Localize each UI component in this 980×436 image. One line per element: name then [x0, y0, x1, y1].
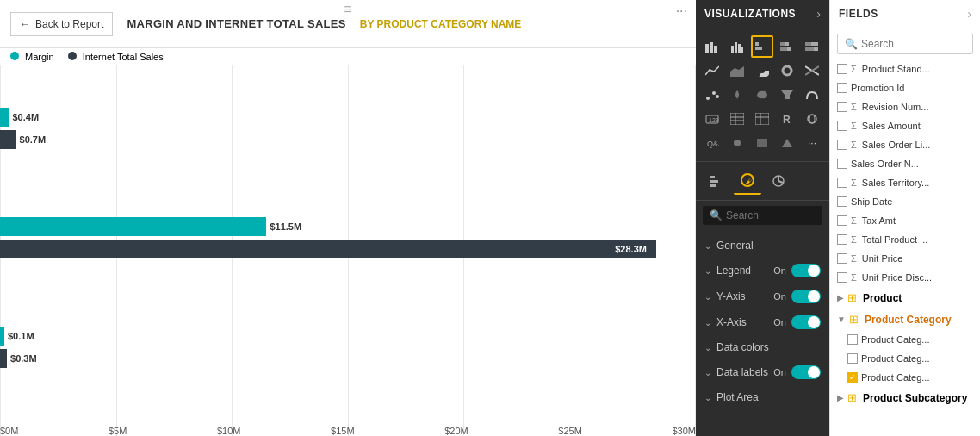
svg-marker-17 — [730, 66, 744, 77]
checkbox-tax-amt[interactable] — [837, 215, 847, 226]
field-item-revision[interactable]: Σ Revision Num... — [830, 97, 980, 116]
checkbox-promotion-id[interactable] — [837, 83, 847, 93]
drag-handle[interactable]: ≡ — [338, 0, 357, 19]
format-data-labels[interactable]: ⌄ Data labels On — [696, 359, 829, 385]
format-data-colors[interactable]: ⌄ Data colors — [696, 335, 829, 359]
fields-panel-arrow[interactable]: › — [967, 7, 971, 21]
data-labels-toggle[interactable] — [791, 365, 821, 379]
legend-chevron: ⌄ — [704, 266, 711, 276]
legend-toggle[interactable] — [791, 264, 821, 277]
viz-icon-misc3[interactable] — [776, 132, 798, 154]
viz-icon-bar[interactable] — [701, 35, 723, 58]
viz-icon-scatter[interactable] — [701, 84, 723, 106]
svg-rect-5 — [738, 44, 741, 53]
checkbox-product-stand[interactable] — [837, 64, 847, 74]
viz-icon-matrix[interactable] — [751, 108, 773, 130]
format-general-label: General — [716, 240, 754, 252]
checkbox-product-categ-2[interactable] — [847, 353, 858, 364]
field-name-unit-price: Unit Price — [862, 253, 903, 264]
field-group-product[interactable]: ▶ ⊞ Product — [830, 287, 980, 308]
viz-icons-grid: 123 R Q&A ··· — [696, 28, 829, 162]
x-axis-toggle[interactable] — [791, 315, 821, 329]
viz-panel-arrow[interactable]: › — [816, 7, 821, 21]
checkbox-sales-territory[interactable] — [837, 178, 847, 188]
viz-icon-table[interactable] — [726, 108, 748, 130]
fields-search-input[interactable] — [861, 38, 980, 50]
field-item-product-categ-1[interactable]: Product Categ... — [830, 330, 980, 349]
viz-icon-globe[interactable] — [801, 108, 823, 130]
checkbox-unit-price-disc[interactable] — [837, 272, 847, 283]
viz-icon-ribbon[interactable] — [801, 59, 823, 82]
visualizations-panel: VISUALIZATIONS › — [696, 0, 829, 436]
checkbox-total-product[interactable] — [837, 234, 847, 245]
fields-search-box[interactable]: 🔍 — [837, 34, 973, 54]
field-item-ship-date[interactable]: Ship Date — [830, 192, 980, 211]
viz-search-box[interactable]: 🔍 — [703, 206, 822, 225]
format-y-axis[interactable]: ⌄ Y-Axis On — [696, 283, 829, 309]
field-group-product-subcategory[interactable]: ▶ ⊞ Product Subcategory — [830, 387, 980, 408]
viz-format-icon[interactable]: 🖌 — [734, 167, 761, 195]
viz-icon-misc1[interactable] — [726, 132, 748, 154]
bar-accessories-dark: $0.7M — [0, 130, 696, 149]
chart-body: Accessories $0.4M $0.7M Bikes $11.5M — [0, 65, 696, 436]
legend-margin: Margin — [10, 52, 54, 62]
field-item-total-product[interactable]: Σ Total Product ... — [830, 230, 980, 249]
checkbox-unit-price[interactable] — [837, 253, 847, 264]
field-item-unit-price[interactable]: Σ Unit Price — [830, 249, 980, 268]
more-options-icon[interactable]: ··· — [676, 3, 687, 19]
checkbox-sales-order-li[interactable] — [837, 140, 847, 150]
format-plot-area[interactable]: ⌄ Plot Area — [696, 385, 829, 409]
viz-icon-filled-map[interactable] — [751, 84, 773, 106]
viz-icon-misc2[interactable] — [751, 132, 773, 154]
checkbox-product-categ-3[interactable]: ✓ — [847, 372, 858, 383]
checkbox-ship-date[interactable] — [837, 196, 847, 207]
viz-icon-donut[interactable] — [776, 59, 798, 82]
viz-icon-area[interactable] — [726, 59, 748, 82]
viz-icon-column[interactable] — [726, 35, 748, 58]
viz-icon-stacked-bar[interactable] — [776, 35, 798, 58]
viz-icon-map[interactable] — [726, 84, 748, 106]
viz-icon-r[interactable]: R — [776, 108, 798, 130]
checkbox-revision[interactable] — [837, 102, 847, 112]
svg-rect-0 — [705, 44, 709, 53]
y-axis-toggle[interactable] — [791, 290, 821, 303]
field-item-tax-amt[interactable]: Σ Tax Amt — [830, 211, 980, 230]
viz-analytics-icon[interactable] — [765, 167, 792, 195]
chart-area: ··· ≡ ← Back to Report MARGIN AND INTERN… — [0, 0, 696, 436]
viz-icon-100-stacked[interactable] — [801, 35, 823, 58]
format-legend[interactable]: ⌄ Legend On — [696, 258, 829, 283]
field-item-product-stand[interactable]: Σ Product Stand... — [830, 59, 980, 78]
viz-icon-gauge[interactable] — [801, 84, 823, 106]
checkbox-sales-order-n[interactable] — [837, 159, 847, 169]
field-item-sales-order-n[interactable]: Sales Order N... — [830, 154, 980, 173]
viz-icon-ellipsis[interactable]: ··· — [801, 132, 823, 154]
viz-icon-line[interactable] — [701, 59, 723, 82]
field-item-sales-territory[interactable]: Σ Sales Territory... — [830, 173, 980, 192]
viz-icon-card[interactable]: 123 — [701, 108, 723, 130]
field-item-product-categ-2[interactable]: Product Categ... — [830, 349, 980, 368]
checkbox-sales-amount[interactable] — [837, 121, 847, 131]
field-name-total-product: Total Product ... — [862, 234, 927, 245]
field-group-product-category-label: Product Category — [865, 314, 952, 326]
field-name-product-stand: Product Stand... — [862, 64, 930, 74]
x-label-30m: $30M — [672, 426, 696, 436]
sigma-sales-amount: Σ — [851, 121, 857, 131]
field-group-product-category[interactable]: ▼ ⊞ Product Category — [830, 308, 980, 330]
viz-icon-clustered-bar[interactable] — [751, 35, 773, 58]
field-item-sales-order-li[interactable]: Σ Sales Order Li... — [830, 135, 980, 154]
field-item-product-categ-3[interactable]: ✓ Product Categ... — [830, 368, 980, 387]
format-x-axis[interactable]: ⌄ X-Axis On — [696, 309, 829, 335]
format-general[interactable]: ⌄ General — [696, 234, 829, 258]
y-axis-chevron: ⌄ — [704, 292, 711, 302]
viz-icon-funnel[interactable] — [776, 84, 798, 106]
field-item-sales-amount[interactable]: Σ Sales Amount — [830, 116, 980, 135]
viz-icon-pie[interactable] — [751, 59, 773, 82]
chart-title: MARGIN AND INTERNET TOTAL SALES — [127, 17, 345, 30]
field-item-promotion-id[interactable]: Promotion Id — [830, 78, 980, 97]
viz-icon-q-and-a[interactable]: Q&A — [701, 132, 723, 154]
back-to-report-button[interactable]: ← Back to Report — [10, 12, 113, 36]
general-chevron: ⌄ — [704, 241, 711, 251]
viz-fields-icon[interactable] — [703, 167, 730, 195]
field-item-unit-price-disc[interactable]: Σ Unit Price Disc... — [830, 268, 980, 287]
checkbox-product-categ-1[interactable] — [847, 334, 858, 345]
